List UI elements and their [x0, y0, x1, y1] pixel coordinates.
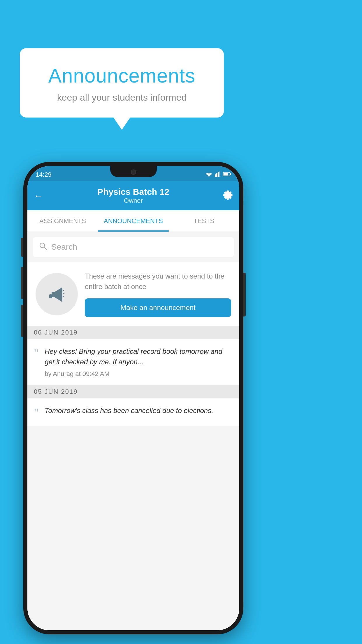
tab-announcements[interactable]: ANNOUNCEMENTS: [98, 210, 168, 232]
quote-icon-2: ": [34, 405, 39, 419]
date-label-1: 06 JUN 2019: [34, 329, 78, 336]
front-camera: [131, 169, 136, 175]
back-button[interactable]: ←: [34, 190, 43, 201]
search-icon: [39, 242, 47, 252]
date-label-2: 05 JUN 2019: [34, 388, 78, 396]
header-subtitle: Owner: [97, 197, 169, 204]
prompt-right: These are messages you want to send to t…: [85, 271, 231, 317]
prompt-text: These are messages you want to send to t…: [85, 271, 231, 292]
quote-icon-1: ": [34, 346, 39, 360]
volume-mute-button: [21, 238, 23, 257]
volume-up-button: [21, 267, 23, 299]
speech-bubble: Announcements keep all your students inf…: [20, 48, 224, 118]
megaphone-icon: [46, 283, 68, 305]
tab-tests[interactable]: TESTS: [169, 210, 239, 232]
svg-line-8: [44, 247, 47, 250]
announcement-meta-1: by Anurag at 09:42 AM: [45, 370, 233, 378]
volume-down-button: [21, 305, 23, 337]
svg-rect-0: [215, 174, 216, 177]
search-placeholder: Search: [51, 242, 77, 252]
status-time: 14:29: [36, 171, 52, 178]
svg-rect-12: [49, 294, 52, 298]
announcement-body-2: Tomorrow's class has been cancelled due …: [45, 405, 233, 419]
header-title: Physics Batch 12: [97, 187, 169, 197]
svg-point-11: [63, 296, 64, 297]
svg-point-10: [63, 293, 64, 294]
svg-rect-5: [224, 173, 228, 176]
wifi-icon: [205, 172, 212, 178]
svg-rect-3: [219, 172, 220, 177]
tab-assignments[interactable]: ASSIGNMENTS: [27, 210, 98, 232]
status-icons: [205, 172, 231, 178]
make-announcement-button[interactable]: Make an announcement: [85, 298, 231, 317]
bubble-subtitle: keep all your students informed: [34, 92, 209, 103]
app-header: ← Physics Batch 12 Owner: [27, 181, 239, 210]
phone-notch: [110, 166, 157, 177]
date-divider-1: 06 JUN 2019: [27, 326, 239, 339]
search-bar[interactable]: Search: [33, 237, 234, 257]
svg-rect-6: [230, 173, 231, 175]
announcement-body-1: Hey class! Bring your practical record b…: [45, 346, 233, 378]
bubble-title: Announcements: [34, 64, 209, 87]
svg-point-9: [63, 290, 64, 291]
phone-screen: 14:29: [27, 166, 239, 630]
announcement-prompt: These are messages you want to send to t…: [27, 262, 239, 326]
content-area: Search These are messages you want to se…: [27, 232, 239, 630]
settings-icon[interactable]: [223, 190, 233, 202]
date-divider-2: 05 JUN 2019: [27, 385, 239, 398]
signal-icon: [215, 172, 221, 178]
tab-bar: ASSIGNMENTS ANNOUNCEMENTS TESTS: [27, 210, 239, 232]
phone-mockup: 14:29: [23, 162, 243, 634]
battery-icon: [223, 172, 231, 178]
svg-rect-2: [218, 172, 219, 177]
announcement-item-1[interactable]: " Hey class! Bring your practical record…: [27, 339, 239, 385]
header-center: Physics Batch 12 Owner: [97, 187, 169, 204]
svg-rect-1: [216, 173, 217, 177]
announcement-text-1: Hey class! Bring your practical record b…: [45, 346, 233, 367]
power-button: [243, 273, 246, 316]
megaphone-circle: [36, 273, 78, 315]
announcement-item-2[interactable]: " Tomorrow's class has been cancelled du…: [27, 398, 239, 426]
announcement-text-2: Tomorrow's class has been cancelled due …: [45, 405, 233, 416]
